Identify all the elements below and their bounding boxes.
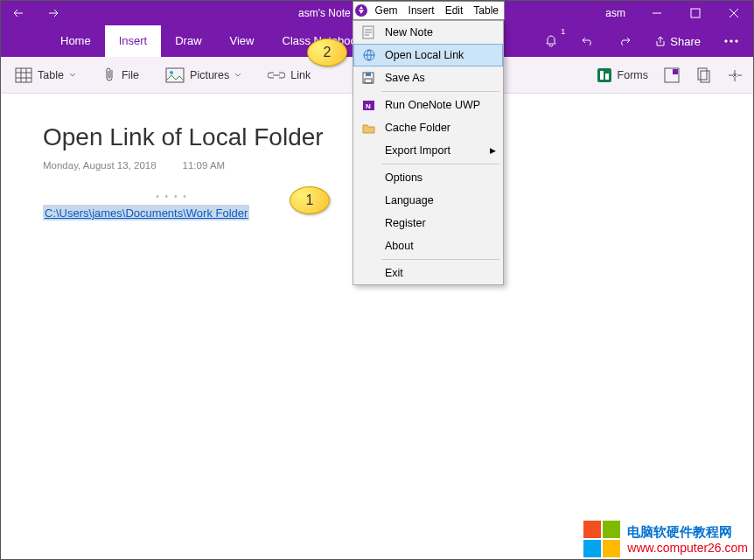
svg-point-6 (170, 71, 173, 74)
menu-language[interactable]: Language (353, 189, 503, 212)
gem-logo-icon[interactable] (353, 4, 370, 18)
ribbon-btn-b[interactable] (695, 67, 711, 83)
menu-export-import[interactable]: Export Import ▶ (353, 139, 503, 162)
svg-text:N: N (366, 102, 371, 110)
selected-link[interactable]: C:\Users\james\Documents\Work Folder (43, 205, 249, 220)
onenote-icon: N (360, 97, 376, 113)
submenu-arrow-icon: ▶ (490, 146, 496, 155)
copy-icon (695, 67, 711, 83)
ribbon-right: 1 Share (539, 25, 744, 57)
svg-rect-5 (166, 68, 184, 82)
notification-badge: 1 (561, 27, 565, 36)
tab-draw[interactable]: Draw (161, 25, 215, 57)
windows-logo-icon (583, 521, 620, 557)
page-time: 11:09 AM (183, 160, 226, 171)
callout-1: 1 (290, 186, 330, 214)
box-icon (664, 67, 680, 83)
menu-open-local-link[interactable]: Open Local Link (353, 44, 503, 66)
folder-icon (360, 120, 376, 136)
new-note-icon (360, 24, 376, 40)
svg-rect-0 (691, 9, 700, 18)
picture-icon (165, 67, 185, 83)
ribbon-forms[interactable]: Forms (597, 67, 648, 83)
menu-cache-folder[interactable]: Cache Folder (353, 116, 503, 139)
tab-view[interactable]: View (216, 25, 269, 57)
gem-menu-gem[interactable]: Gem (370, 2, 403, 19)
menu-new-note[interactable]: New Note (353, 21, 503, 44)
svg-rect-9 (605, 74, 609, 80)
ribbon-link[interactable]: Link (268, 69, 311, 81)
ribbon-btn-a[interactable] (664, 67, 680, 83)
user-name[interactable]: asm (593, 7, 638, 19)
menu-run-onenote-uwp[interactable]: N Run OneNote UWP (353, 94, 503, 116)
nav-arrows (1, 1, 71, 25)
watermark-line2: www.computer26.com (627, 541, 748, 555)
share-button[interactable]: Share (649, 25, 706, 57)
equation-icon (727, 67, 743, 83)
callout-2: 2 (307, 38, 347, 66)
watermark-line1: 电脑软硬件教程网 (627, 524, 748, 541)
paperclip-icon (102, 66, 116, 84)
svg-point-2 (730, 40, 732, 42)
forward-button[interactable] (36, 1, 71, 25)
svg-rect-7 (597, 68, 611, 82)
note-container-handle[interactable]: • • • • (43, 192, 301, 201)
maximize-button[interactable] (676, 1, 715, 25)
gem-menu-insert[interactable]: Insert (403, 2, 440, 19)
svg-point-1 (725, 40, 727, 42)
local-folder-link[interactable]: C:\Users\james\Documents\Work Folder (45, 206, 248, 220)
svg-point-3 (736, 40, 737, 42)
svg-rect-13 (701, 71, 709, 82)
tab-home[interactable]: Home (46, 25, 105, 57)
ribbon-file[interactable]: File (102, 66, 139, 84)
ribbon-table[interactable]: Table (15, 67, 76, 83)
gem-dropdown-menu: New Note Open Local Link Save As N Run O… (353, 20, 504, 285)
svg-rect-18 (366, 73, 371, 76)
menu-exit[interactable]: Exit (353, 262, 503, 284)
menu-register[interactable]: Register (353, 212, 503, 234)
forms-icon (597, 67, 612, 83)
svg-rect-12 (698, 68, 707, 80)
menu-options[interactable]: Options (353, 166, 503, 189)
svg-rect-11 (673, 69, 678, 74)
gem-menu-table[interactable]: Table (468, 2, 504, 19)
page-date: Monday, August 13, 2018 (43, 160, 157, 171)
ribbon-pictures[interactable]: Pictures (165, 67, 241, 83)
undo-button[interactable] (576, 25, 600, 57)
globe-link-icon (361, 47, 377, 63)
minimize-button[interactable] (638, 1, 676, 25)
menu-save-as[interactable]: Save As (353, 66, 503, 89)
save-icon (360, 70, 376, 86)
close-button[interactable] (715, 1, 753, 25)
tab-insert[interactable]: Insert (105, 25, 162, 57)
notifications-button[interactable]: 1 (539, 25, 563, 57)
more-button[interactable] (718, 25, 744, 57)
gem-menubar: Gem Insert Edit Table (353, 1, 505, 20)
redo-button[interactable] (612, 25, 637, 57)
chevron-down-icon (234, 72, 241, 79)
menu-about[interactable]: About (353, 234, 503, 257)
table-icon (15, 67, 32, 83)
ribbon-btn-c[interactable] (727, 67, 743, 83)
gem-menu-edit[interactable]: Edit (440, 2, 469, 19)
svg-rect-8 (600, 71, 604, 80)
watermark: 电脑软硬件教程网 www.computer26.com (583, 521, 748, 557)
link-icon (268, 69, 285, 81)
svg-rect-4 (16, 68, 31, 82)
window-title: asm's Note (298, 7, 351, 19)
chevron-down-icon (69, 72, 76, 79)
back-button[interactable] (1, 1, 36, 25)
svg-rect-19 (365, 79, 372, 83)
